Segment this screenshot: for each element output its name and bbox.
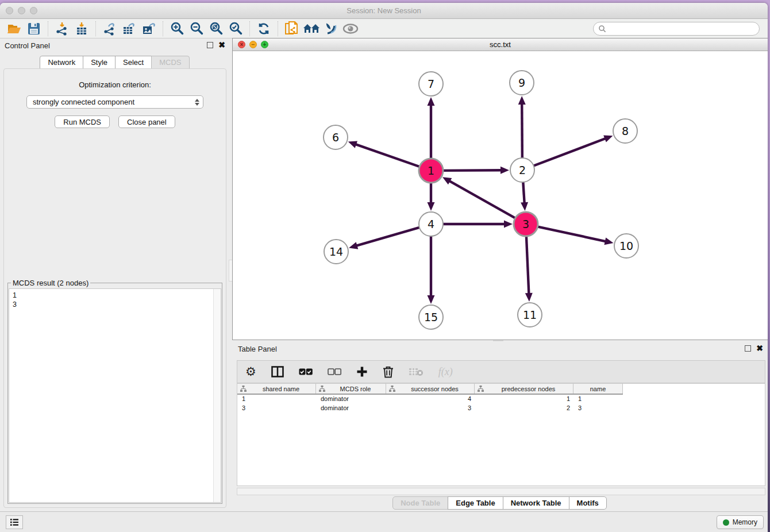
table-settings-button[interactable]: ⚙ [245, 365, 256, 379]
arrowhead-1-6 [348, 141, 357, 148]
zoom-fit-icon [209, 21, 224, 36]
import-table-button[interactable] [72, 20, 91, 37]
edge-2-9[interactable] [522, 103, 522, 159]
zoom-selected-button[interactable] [226, 20, 245, 37]
cell-MCDS-role[interactable]: dominator [316, 395, 386, 404]
show-panels-button[interactable] [302, 20, 321, 37]
main-toolbar [0, 19, 768, 38]
node-label-4: 4 [428, 218, 434, 230]
memory-button[interactable]: Memory [717, 515, 764, 529]
toolbar-separator [278, 21, 278, 36]
graphics-details-button[interactable] [321, 20, 341, 37]
export-image-button[interactable] [139, 20, 159, 37]
dropdown-stepper-icon [195, 99, 199, 106]
zoom-in-button[interactable] [167, 20, 187, 37]
cell-MCDS-role[interactable]: dominator [316, 404, 386, 413]
cell-predecessor-nodes[interactable]: 1 [475, 395, 573, 404]
edge-1-2[interactable] [442, 170, 502, 171]
arrowhead-2-8 [603, 135, 613, 142]
add-column-button[interactable] [356, 366, 368, 377]
search-box[interactable] [593, 22, 760, 36]
node-label-15: 15 [424, 311, 438, 323]
node-table[interactable]: shared nameMCDS rolesuccessor nodesprede… [237, 383, 765, 486]
result-scrollbar[interactable] [213, 289, 221, 502]
column-header-successor-nodes[interactable]: successor nodes [386, 384, 475, 394]
mcds-result-textarea[interactable]: 13 [9, 288, 221, 503]
cell-successor-nodes[interactable]: 4 [386, 395, 475, 404]
edge-4-14[interactable] [356, 227, 421, 246]
open-folder-icon [7, 22, 22, 35]
close-table-panel-icon[interactable]: ✖ [756, 345, 763, 352]
cell-successor-nodes[interactable]: 3 [386, 404, 475, 413]
sitemap-icon [240, 385, 247, 392]
tab-mcds[interactable]: MCDS [151, 56, 189, 69]
column-header-MCDS-role[interactable]: MCDS role [316, 384, 386, 394]
cell-name[interactable]: 1 [573, 395, 623, 404]
arrowhead-4-15 [428, 295, 435, 304]
export-network-button[interactable] [100, 20, 120, 37]
import-network-button[interactable] [52, 20, 72, 37]
arrowhead-1-4 [428, 202, 435, 211]
apply-layout-button[interactable] [254, 20, 274, 37]
close-panel-icon[interactable]: ✖ [218, 41, 225, 48]
edge-2-3[interactable] [523, 181, 524, 203]
table-panel-header: Table Panel ✖ [232, 341, 768, 356]
node-label-9: 9 [518, 76, 525, 89]
cell-predecessor-nodes[interactable]: 2 [475, 404, 573, 413]
edge-3-11[interactable] [526, 235, 529, 294]
network-graph-canvas[interactable]: 7968124314101511 [233, 51, 768, 340]
open-file-button[interactable] [5, 20, 24, 37]
edge-3-1[interactable] [449, 181, 516, 219]
edge-2-8[interactable] [533, 138, 606, 166]
delete-column-button[interactable] [383, 366, 394, 378]
clone-network-button[interactable] [282, 20, 302, 37]
column-header-predecessor-nodes[interactable]: predecessor nodes [475, 384, 573, 394]
zoom-out-button[interactable] [187, 20, 206, 37]
deselect-all-columns-button[interactable] [328, 368, 341, 375]
search-input[interactable] [606, 23, 759, 34]
column-view-button[interactable] [271, 366, 284, 377]
table-row[interactable]: 3dominator323 [237, 404, 765, 413]
float-panel-icon[interactable] [207, 42, 213, 48]
column-header-name[interactable]: name [573, 384, 623, 394]
zoom-in-icon [170, 21, 184, 36]
tab-network[interactable]: Network [40, 56, 83, 69]
edge-3-10[interactable] [537, 226, 606, 241]
tab-select[interactable]: Select [115, 56, 152, 69]
zoom-fit-button[interactable] [206, 20, 226, 37]
select-all-columns-button[interactable] [299, 368, 313, 375]
optimization-criterion-select[interactable]: strongly connected component [26, 95, 203, 109]
birds-eye-view-button[interactable] [341, 20, 360, 37]
tab-edge-table[interactable]: Edge Table [448, 496, 503, 510]
save-session-button[interactable] [24, 20, 44, 37]
column-header-shared-name[interactable]: shared name [237, 384, 316, 394]
titlebar: Session: New Session [0, 3, 768, 19]
result-node-id: 3 [13, 300, 217, 309]
toolbar-separator [163, 21, 163, 36]
run-mcds-button[interactable]: Run MCDS [55, 115, 110, 128]
close-panel-button[interactable]: Close panel [118, 115, 175, 128]
node-label-11: 11 [523, 309, 537, 321]
control-panel-header: Control Panel ✖ [0, 38, 230, 53]
delete-table-button[interactable] [409, 367, 424, 376]
float-table-panel-icon[interactable] [745, 345, 751, 352]
refresh-layout-icon [257, 22, 271, 36]
cell-shared-name[interactable]: 1 [237, 395, 316, 404]
function-builder-button[interactable]: f(x) [438, 366, 453, 378]
column-header-label: successor nodes [395, 385, 474, 392]
table-row[interactable]: 1dominator411 [237, 395, 765, 404]
cell-shared-name[interactable]: 3 [237, 404, 316, 413]
node-label-2: 2 [519, 164, 526, 176]
table-horizontal-scrollbar[interactable] [237, 488, 765, 495]
export-table-button[interactable] [120, 20, 139, 37]
tab-node-table[interactable]: Node Table [392, 496, 448, 510]
edge-1-6[interactable] [355, 144, 421, 167]
control-panel: Control Panel ✖ NetworkStyleSelectMCDS O… [0, 38, 230, 511]
task-history-button[interactable] [6, 515, 23, 529]
export-image-icon [141, 22, 156, 36]
tab-motifs[interactable]: Motifs [569, 496, 607, 510]
home-panels-icon [303, 22, 320, 35]
tab-style[interactable]: Style [83, 56, 116, 69]
cell-name[interactable]: 3 [573, 404, 623, 413]
tab-network-table[interactable]: Network Table [503, 496, 569, 510]
